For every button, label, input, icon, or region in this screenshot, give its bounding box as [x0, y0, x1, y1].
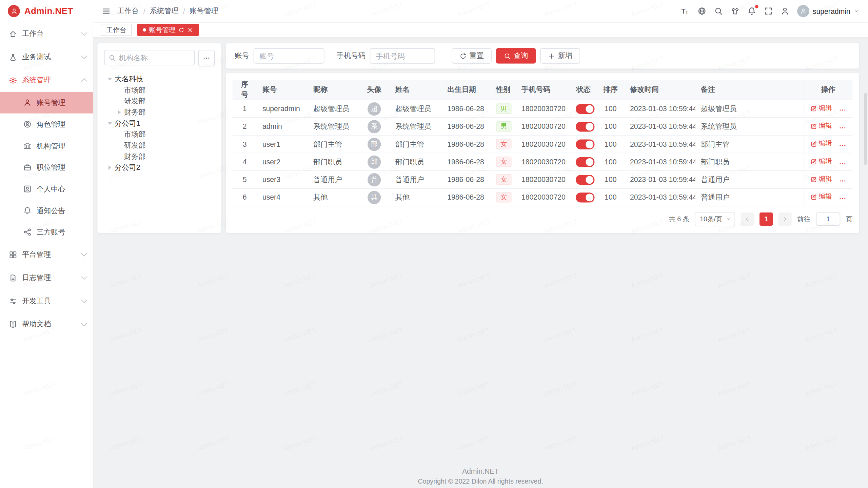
edit-button[interactable]: 编辑 — [810, 157, 832, 166]
tree-node-label: 市场部 — [124, 129, 146, 139]
tab-label: 账号管理 — [149, 25, 175, 35]
log-icon — [9, 273, 17, 282]
notification-icon[interactable] — [747, 7, 756, 16]
plus-icon — [548, 52, 555, 59]
cell-gender: 男 — [491, 118, 516, 135]
breadcrumb-item[interactable]: 系统管理 — [150, 6, 179, 16]
filter-bar: 账号 手机号码 重置 查询 — [226, 43, 859, 68]
status-toggle[interactable] — [576, 175, 595, 184]
cell-birthdate: 1986-06-28 — [442, 135, 491, 153]
reset-button[interactable]: 重置 — [452, 48, 492, 64]
sidebar-item[interactable]: 机构管理 — [0, 135, 93, 157]
table-row: 4 user2 部门职员 部 部门职员 1986-06-28 女 1802003… — [233, 153, 853, 170]
search-icon[interactable] — [714, 7, 723, 16]
tree-node[interactable]: 研发部 — [104, 96, 215, 107]
row-more-button[interactable] — [839, 141, 846, 149]
row-more-button[interactable] — [839, 195, 846, 202]
org-more-button[interactable] — [198, 50, 215, 66]
tree-node-label: 研发部 — [124, 141, 146, 150]
status-toggle[interactable] — [576, 192, 595, 202]
theme-icon[interactable] — [731, 7, 739, 16]
edit-icon — [810, 141, 817, 147]
button-label: 编辑 — [819, 157, 832, 166]
logo[interactable]: Admin.NET — [0, 0, 93, 22]
tree-node[interactable]: 市场部 — [104, 129, 215, 140]
status-toggle[interactable] — [576, 157, 595, 167]
account-input[interactable] — [254, 48, 324, 64]
sidebar-item[interactable]: 开发工具 — [0, 289, 93, 313]
sidebar-item-label: 开发工具 — [22, 296, 77, 306]
tab-close-icon[interactable] — [187, 27, 193, 33]
next-page-button[interactable] — [778, 212, 792, 226]
user-menu[interactable]: superadmin — [797, 5, 859, 17]
sidebar-item[interactable]: 角色管理 — [0, 114, 93, 135]
sidebar-item[interactable]: 账号管理 — [0, 92, 93, 114]
phone-input[interactable] — [370, 48, 435, 64]
status-toggle[interactable] — [576, 104, 595, 114]
header-actions: Tt superadmin — [681, 5, 859, 17]
page-unit-label: 页 — [846, 215, 853, 224]
sidebar-item[interactable]: 平台管理 — [0, 243, 93, 266]
goto-page-input[interactable] — [816, 212, 841, 226]
row-more-button[interactable] — [839, 159, 846, 167]
scrollbar-thumb[interactable] — [864, 93, 867, 165]
tree-node[interactable]: 分公司1 — [104, 118, 215, 129]
row-more-button[interactable] — [839, 177, 846, 185]
edit-button[interactable]: 编辑 — [810, 139, 832, 149]
cell-status — [570, 118, 597, 135]
sidebar-item-label: 系统管理 — [22, 75, 77, 85]
sidebar-item[interactable]: 系统管理 — [0, 68, 93, 92]
sidebar-item[interactable]: 工作台 — [0, 22, 93, 45]
add-button[interactable]: 新增 — [540, 48, 580, 64]
user-icon — [23, 99, 32, 107]
sidebar-item[interactable]: 三方账号 — [0, 221, 93, 243]
tree-node[interactable]: 财务部 — [104, 151, 215, 162]
edit-button[interactable]: 编辑 — [810, 192, 832, 202]
org-search-input[interactable] — [104, 50, 195, 65]
status-toggle[interactable] — [576, 121, 595, 131]
row-more-button[interactable] — [839, 124, 846, 131]
prev-page-button[interactable] — [741, 212, 754, 226]
sidebar-item[interactable]: 通知公告 — [0, 200, 93, 221]
sidebar-item-label: 日志管理 — [22, 273, 77, 283]
edit-button[interactable]: 编辑 — [810, 175, 832, 184]
tools-icon — [9, 297, 17, 305]
sidebar-item[interactable]: 职位管理 — [0, 157, 93, 178]
cell-birthdate: 1986-06-28 — [442, 153, 491, 170]
caret-icon — [108, 165, 111, 170]
edit-button[interactable]: 编辑 — [810, 104, 832, 113]
test-icon — [9, 53, 17, 61]
cell-order: 100 — [597, 135, 625, 153]
tab-refresh-icon[interactable] — [178, 27, 184, 33]
font-size-icon[interactable]: Tt — [681, 7, 690, 16]
language-icon[interactable] — [697, 7, 706, 16]
edit-button[interactable]: 编辑 — [810, 121, 832, 131]
tree-node[interactable]: 研发部 — [104, 140, 215, 151]
status-toggle[interactable] — [576, 139, 595, 149]
cell-remark: 部门职员 — [695, 153, 804, 170]
cell-modified: 2023-01-03 10:59:44 — [625, 153, 695, 170]
profile-icon[interactable] — [781, 7, 789, 16]
row-more-button[interactable] — [839, 106, 846, 114]
sidebar-item[interactable]: 业务测试 — [0, 45, 93, 69]
tree-node[interactable]: 分公司2 — [104, 162, 215, 173]
fullscreen-icon[interactable] — [764, 7, 773, 16]
page-size-select[interactable]: 10条/页 — [695, 212, 735, 226]
tab[interactable]: 工作台 — [101, 24, 132, 36]
tree-node[interactable]: 市场部 — [104, 85, 215, 96]
tree-node[interactable]: 财务部 — [104, 107, 215, 118]
sidebar-item[interactable]: 个人中心 — [0, 178, 93, 200]
cell-name: 系统管理员 — [390, 118, 441, 135]
cell-gender: 女 — [491, 171, 516, 188]
chevron-icon — [81, 29, 87, 36]
docs-icon — [9, 320, 17, 328]
menu-toggle-icon[interactable] — [102, 7, 111, 16]
breadcrumb-item[interactable]: 工作台 — [117, 6, 139, 16]
tree-node[interactable]: 大名科技 — [104, 74, 215, 85]
sidebar-item[interactable]: 日志管理 — [0, 266, 93, 289]
column-header: 状态 — [570, 80, 597, 100]
tab[interactable]: 账号管理 — [137, 24, 199, 36]
sidebar-item[interactable]: 帮助文档 — [0, 312, 93, 336]
page-number-button[interactable]: 1 — [760, 212, 773, 226]
query-button[interactable]: 查询 — [496, 48, 536, 64]
